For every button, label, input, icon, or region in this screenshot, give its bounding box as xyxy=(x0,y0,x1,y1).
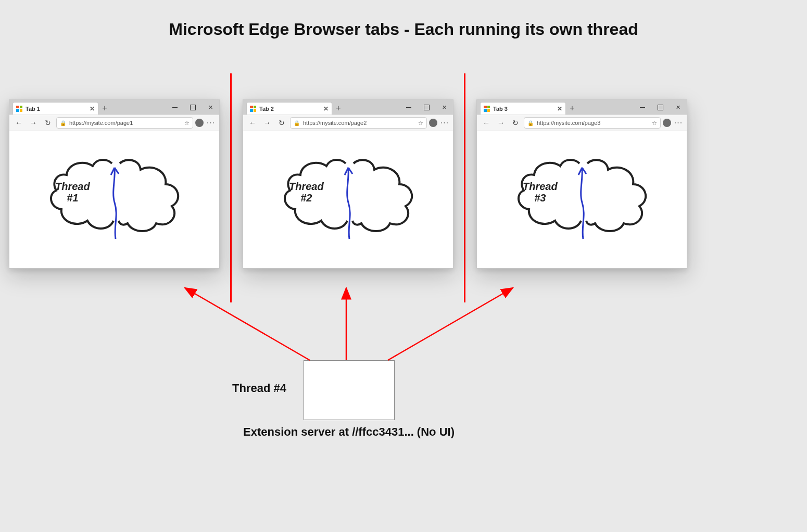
more-menu-button[interactable]: ··· xyxy=(673,118,684,128)
back-button[interactable]: ← xyxy=(480,117,493,129)
browser-window-1: Tab 1 ✕ + ✕ ← → ↻ 🔒 https://mysite.com/p… xyxy=(9,99,220,269)
thread-label-line1: Thread xyxy=(523,181,558,192)
favorite-icon[interactable]: ☆ xyxy=(184,120,190,126)
thread-label-line1: Thread xyxy=(289,181,324,192)
tab[interactable]: Tab 1 ✕ xyxy=(12,102,98,115)
window-maximize-button[interactable] xyxy=(651,100,669,115)
more-menu-button[interactable]: ··· xyxy=(206,118,216,128)
favicon-icon xyxy=(16,106,22,112)
toolbar: ← → ↻ 🔒 https://mysite.com/page2 ☆ ··· xyxy=(243,115,453,131)
favicon-icon xyxy=(250,106,256,112)
extension-caption: Extension server at //ffcc3431... (No UI… xyxy=(213,425,484,439)
favorite-icon[interactable]: ☆ xyxy=(652,120,657,126)
address-bar[interactable]: 🔒 https://mysite.com/page2 ☆ xyxy=(290,117,427,129)
svg-line-3 xyxy=(388,288,513,360)
more-menu-button[interactable]: ··· xyxy=(439,118,450,128)
page-content: Thread #2 xyxy=(243,131,453,268)
extension-thread-label: Thread #4 xyxy=(232,382,286,395)
page-content: Thread #3 xyxy=(477,131,687,268)
lock-icon: 🔒 xyxy=(60,120,66,126)
browser-window-3: Tab 3 ✕ + ✕ ← → ↻ 🔒 https://mysite.com/p… xyxy=(476,99,687,269)
favorite-icon[interactable]: ☆ xyxy=(418,120,423,126)
window-minimize-button[interactable] xyxy=(634,100,651,115)
refresh-button[interactable]: ↻ xyxy=(509,117,522,129)
divider-right xyxy=(464,73,465,302)
url-text: https://mysite.com/page3 xyxy=(537,120,649,126)
address-bar[interactable]: 🔒 https://mysite.com/page3 ☆ xyxy=(524,117,661,129)
address-bar[interactable]: 🔒 https://mysite.com/page1 ☆ xyxy=(56,117,193,129)
svg-line-1 xyxy=(185,288,310,360)
thread-label-line2: #1 xyxy=(67,192,78,204)
new-tab-button[interactable]: + xyxy=(566,102,578,115)
url-text: https://mysite.com/page2 xyxy=(303,120,415,126)
refresh-button[interactable]: ↻ xyxy=(42,117,54,129)
page-content: Thread #1 xyxy=(9,131,219,268)
tab-label: Tab 1 xyxy=(26,106,86,112)
profile-avatar[interactable] xyxy=(429,119,437,127)
window-minimize-button[interactable] xyxy=(166,100,184,115)
divider-left xyxy=(230,73,232,302)
titlebar: Tab 2 ✕ + ✕ xyxy=(243,100,453,115)
url-text: https://mysite.com/page1 xyxy=(69,120,181,126)
window-close-button[interactable]: ✕ xyxy=(201,100,219,115)
profile-avatar[interactable] xyxy=(195,119,204,127)
window-close-button[interactable]: ✕ xyxy=(435,100,453,115)
refresh-button[interactable]: ↻ xyxy=(275,117,288,129)
toolbar: ← → ↻ 🔒 https://mysite.com/page1 ☆ ··· xyxy=(9,115,219,131)
browser-window-2: Tab 2 ✕ + ✕ ← → ↻ 🔒 https://mysite.com/p… xyxy=(243,99,453,269)
diagram-title: Microsoft Edge Browser tabs - Each runni… xyxy=(0,20,807,39)
forward-button[interactable]: → xyxy=(261,117,273,129)
window-maximize-button[interactable] xyxy=(418,100,435,115)
tab-close-icon[interactable]: ✕ xyxy=(323,105,329,112)
window-close-button[interactable]: ✕ xyxy=(669,100,687,115)
forward-button[interactable]: → xyxy=(495,117,507,129)
favicon-icon xyxy=(484,106,490,112)
forward-button[interactable]: → xyxy=(27,117,40,129)
titlebar: Tab 1 ✕ + ✕ xyxy=(9,100,219,115)
thread-label-line1: Thread xyxy=(55,181,90,192)
lock-icon: 🔒 xyxy=(527,120,534,126)
back-button[interactable]: ← xyxy=(12,117,25,129)
tab-label: Tab 3 xyxy=(493,106,554,112)
new-tab-button[interactable]: + xyxy=(98,102,111,115)
thread-label-line2: #2 xyxy=(300,192,312,204)
extension-server-box xyxy=(304,360,395,420)
lock-icon: 🔒 xyxy=(294,120,300,126)
tab-label: Tab 2 xyxy=(259,106,320,112)
tab[interactable]: Tab 2 ✕ xyxy=(246,102,332,115)
window-maximize-button[interactable] xyxy=(184,100,201,115)
new-tab-button[interactable]: + xyxy=(332,102,345,115)
tab[interactable]: Tab 3 ✕ xyxy=(480,102,566,115)
tab-close-icon[interactable]: ✕ xyxy=(557,105,562,112)
back-button[interactable]: ← xyxy=(246,117,259,129)
titlebar: Tab 3 ✕ + ✕ xyxy=(477,100,687,115)
tab-close-icon[interactable]: ✕ xyxy=(90,105,95,112)
window-minimize-button[interactable] xyxy=(400,100,418,115)
toolbar: ← → ↻ 🔒 https://mysite.com/page3 ☆ ··· xyxy=(477,115,687,131)
thread-label-line2: #3 xyxy=(534,192,546,204)
profile-avatar[interactable] xyxy=(663,119,671,127)
